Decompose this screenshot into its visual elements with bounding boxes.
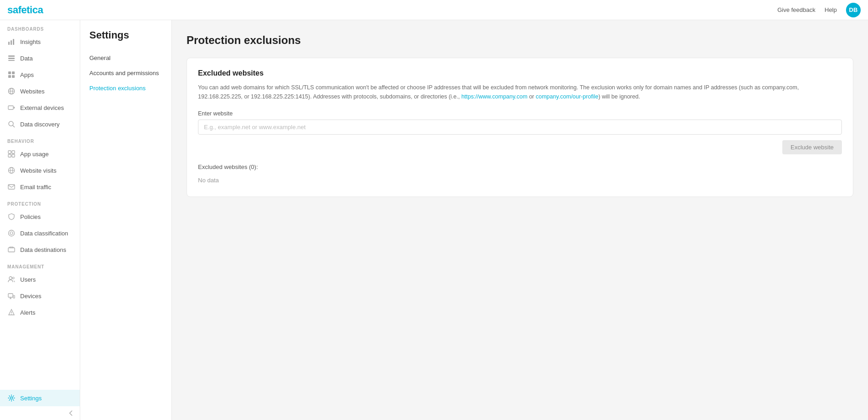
websites-icon <box>7 87 16 95</box>
sidebar-item-insights-label: Insights <box>20 38 41 45</box>
sidebar-item-data-discovery-label: Data discovery <box>20 121 60 128</box>
management-section-label: MANAGEMENT <box>0 258 80 271</box>
give-feedback-link[interactable]: Give feedback <box>777 6 815 13</box>
svg-rect-17 <box>8 151 11 153</box>
svg-rect-28 <box>10 247 13 248</box>
svg-line-16 <box>13 125 15 127</box>
sidebar-item-apps[interactable]: Apps <box>0 66 80 83</box>
avatar[interactable]: DB <box>846 3 861 17</box>
data-icon <box>7 54 16 62</box>
email-traffic-icon <box>7 183 16 191</box>
svg-point-30 <box>12 277 14 279</box>
exclude-website-button[interactable]: Exclude website <box>782 140 842 154</box>
website-input[interactable] <box>198 120 842 135</box>
sidebar-item-websites[interactable]: Websites <box>0 83 80 99</box>
alerts-icon <box>7 308 16 316</box>
sidebar-item-policies-label: Policies <box>20 213 41 220</box>
sidebar-item-data-classification[interactable]: Data classification <box>0 225 80 241</box>
sidebar-item-alerts-label: Alerts <box>20 309 35 316</box>
no-data-label: No data <box>198 175 842 185</box>
svg-rect-34 <box>13 295 15 298</box>
app-usage-icon <box>7 150 16 158</box>
settings-nav-accounts-permissions[interactable]: Accounts and permissions <box>80 65 171 81</box>
svg-rect-31 <box>8 294 13 297</box>
sidebar-item-apps-label: Apps <box>20 71 34 78</box>
sidebar-item-data[interactable]: Data <box>0 50 80 66</box>
settings-sidebar: Settings General Accounts and permission… <box>80 20 172 420</box>
exclude-btn-row: Exclude website <box>198 140 842 154</box>
sidebar-item-external-devices[interactable]: External devices <box>0 99 80 116</box>
enter-website-label: Enter website <box>198 110 842 117</box>
sidebar-item-settings-label: Settings <box>20 395 42 402</box>
topbar-right: Give feedback Help DB <box>777 3 861 17</box>
insights-icon <box>7 38 16 46</box>
sidebar-item-website-visits-label: Website visits <box>20 167 56 174</box>
settings-title: Settings <box>80 29 171 50</box>
settings-nav-protection-exclusions[interactable]: Protection exclusions <box>80 81 171 96</box>
svg-rect-8 <box>8 75 11 78</box>
excluded-websites-card: Excluded websites You can add web domain… <box>187 58 853 197</box>
sidebar: DASHBOARDS Insights Data Apps Websites E… <box>0 20 80 420</box>
devices-icon <box>7 292 16 300</box>
svg-rect-20 <box>12 154 15 157</box>
svg-point-26 <box>10 232 13 235</box>
sidebar-item-settings[interactable]: Settings <box>0 390 80 406</box>
users-icon <box>7 275 16 284</box>
svg-rect-5 <box>8 60 15 61</box>
data-classification-icon <box>7 229 16 237</box>
svg-rect-19 <box>8 154 11 157</box>
sidebar-item-data-classification-label: Data classification <box>20 230 68 237</box>
dashboards-section-label: DASHBOARDS <box>0 20 80 33</box>
main-panel: Protection exclusions Excluded websites … <box>172 20 868 420</box>
sidebar-item-websites-label: Websites <box>20 88 44 95</box>
sidebar-item-app-usage[interactable]: App usage <box>0 146 80 162</box>
behavior-section-label: BEHAVIOR <box>0 132 80 146</box>
logo: safetica <box>7 4 43 16</box>
svg-point-29 <box>9 277 12 279</box>
svg-rect-4 <box>8 58 15 59</box>
sidebar-item-users-label: Users <box>20 276 36 283</box>
excluded-websites-title: Excluded websites <box>198 69 842 77</box>
svg-rect-24 <box>8 185 15 189</box>
svg-rect-27 <box>8 248 15 252</box>
settings-icon <box>7 394 16 402</box>
svg-point-37 <box>11 397 13 399</box>
svg-rect-1 <box>11 40 12 45</box>
sidebar-collapse-button[interactable] <box>0 406 80 420</box>
svg-point-36 <box>11 314 11 314</box>
page-title: Protection exclusions <box>187 34 853 47</box>
settings-nav-general[interactable]: General <box>80 50 171 65</box>
topbar: safetica Give feedback Help DB <box>0 0 868 20</box>
help-link[interactable]: Help <box>824 6 837 13</box>
protection-section-label: PROTECTION <box>0 195 80 208</box>
svg-rect-9 <box>12 75 15 78</box>
sidebar-item-data-destinations-label: Data destinations <box>20 246 66 253</box>
sidebar-item-website-visits[interactable]: Website visits <box>0 162 80 179</box>
sidebar-item-data-destinations[interactable]: Data destinations <box>0 241 80 258</box>
policies-icon <box>7 213 16 221</box>
svg-rect-14 <box>14 107 15 109</box>
sidebar-item-users[interactable]: Users <box>0 271 80 288</box>
sidebar-item-insights[interactable]: Insights <box>0 33 80 50</box>
sidebar-item-data-discovery[interactable]: Data discovery <box>0 116 80 132</box>
svg-rect-0 <box>8 42 10 45</box>
website-visits-icon <box>7 166 16 175</box>
main-content: Settings General Accounts and permission… <box>80 20 868 420</box>
data-discovery-icon <box>7 120 16 128</box>
sidebar-item-devices[interactable]: Devices <box>0 288 80 304</box>
sidebar-item-alerts[interactable]: Alerts <box>0 304 80 321</box>
svg-rect-6 <box>8 71 11 74</box>
sidebar-item-external-devices-label: External devices <box>20 104 64 111</box>
card-description: You can add web domains for which SSL/TL… <box>198 83 842 101</box>
sidebar-item-email-traffic-label: Email traffic <box>20 184 51 191</box>
excluded-count-label: Excluded websites (0): <box>198 164 842 170</box>
svg-rect-3 <box>8 55 15 57</box>
svg-rect-13 <box>8 106 13 109</box>
sidebar-item-app-usage-label: App usage <box>20 151 49 158</box>
sidebar-item-data-label: Data <box>20 55 33 62</box>
sidebar-item-policies[interactable]: Policies <box>0 208 80 225</box>
svg-point-25 <box>9 230 15 236</box>
sidebar-item-email-traffic[interactable]: Email traffic <box>0 179 80 195</box>
svg-rect-2 <box>13 39 14 45</box>
svg-rect-18 <box>12 151 15 153</box>
